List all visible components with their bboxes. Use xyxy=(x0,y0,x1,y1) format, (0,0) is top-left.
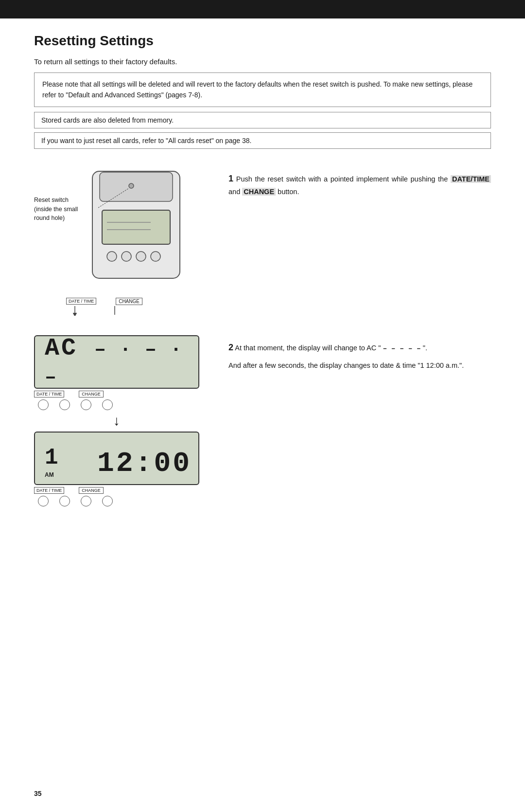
svg-rect-2 xyxy=(102,210,170,244)
lcd1-text: AC – · – · – xyxy=(45,334,189,390)
step2-text-c: And after a few seconds, the display cha… xyxy=(228,360,491,372)
page-content: Resetting Settings To return all setting… xyxy=(0,18,525,536)
lcd2-change-btn: CHANGE xyxy=(79,487,104,494)
lcd-display-2: AM 1 12:00 xyxy=(34,432,199,485)
page-title: Resetting Settings xyxy=(34,33,491,49)
note-box-2: Stored cards are also deleted from memor… xyxy=(34,112,491,128)
step1-section: Reset switch (inside the small round hol… xyxy=(34,166,491,316)
circle-btn-1[interactable] xyxy=(38,399,49,410)
step1-text-b: and xyxy=(228,188,242,196)
device-illustration: Reset switch (inside the small round hol… xyxy=(34,166,219,316)
svg-point-6 xyxy=(122,252,131,261)
note-box-1: Please note that all settings will be de… xyxy=(34,72,491,107)
display-left: AC – · – · – DATE / TIME CHANGE ↓ AM 1 xyxy=(34,335,219,506)
lcd2-datetime-btn: DATE / TIME xyxy=(34,487,64,494)
step2-text-b: ". xyxy=(421,344,427,352)
note-text-1: Please note that all settings will be de… xyxy=(42,80,472,99)
circle-btn-6[interactable] xyxy=(59,496,70,506)
lcd1-change-btn: CHANGE xyxy=(79,391,104,397)
intro-text: To return all settings to their factory … xyxy=(34,57,491,66)
svg-point-7 xyxy=(136,252,146,261)
svg-rect-1 xyxy=(100,172,173,201)
lcd2-buttons-row: DATE / TIME CHANGE xyxy=(34,487,199,494)
circle-btn-3[interactable] xyxy=(81,399,91,410)
step1-change-highlight: CHANGE xyxy=(242,188,276,196)
svg-point-8 xyxy=(151,252,160,261)
lcd2-day: 1 xyxy=(45,445,60,470)
lcd2-am: AM xyxy=(45,471,54,478)
top-bar xyxy=(0,0,525,18)
arrow-down: ↓ xyxy=(34,413,199,429)
lcd2-time: 12:00 xyxy=(97,448,192,479)
lcd2-circle-buttons xyxy=(36,496,219,506)
svg-point-5 xyxy=(107,252,117,261)
step1-text-c: button. xyxy=(276,188,299,196)
lcd1-circle-buttons xyxy=(36,399,219,410)
circle-btn-8[interactable] xyxy=(102,496,113,506)
step2-text-a: At that moment, the display will change … xyxy=(235,344,383,352)
step2-number: 2 xyxy=(228,343,233,352)
step2-section: AC – · – · – DATE / TIME CHANGE ↓ AM 1 xyxy=(34,335,491,506)
svg-point-9 xyxy=(129,183,134,188)
circle-btn-4[interactable] xyxy=(102,399,113,410)
circle-btn-7[interactable] xyxy=(81,496,91,506)
step1-datetime-highlight: DATE/TIME xyxy=(451,175,491,183)
note-box-3: If you want to just reset all cards, ref… xyxy=(34,132,491,149)
device-svg xyxy=(63,166,199,293)
circle-btn-5[interactable] xyxy=(38,496,49,506)
page-number: 35 xyxy=(34,790,42,797)
lcd-display-1: AC – · – · – xyxy=(34,335,199,389)
step2-text-area: 2 At that moment, the display will chang… xyxy=(228,335,491,506)
arrow-indicators xyxy=(66,306,163,316)
note-text-3: If you want to just reset all cards, ref… xyxy=(41,137,251,144)
lcd1-buttons-row: DATE / TIME CHANGE xyxy=(34,391,199,397)
lcd1-datetime-btn: DATE / TIME xyxy=(34,391,64,397)
step1-number: 1 xyxy=(228,174,233,183)
step1-text-area: 1 Push the reset switch with a pointed i… xyxy=(228,166,491,316)
step1-text-a: Push the reset switch with a pointed imp… xyxy=(236,175,451,183)
step2-dashes: – – – – – xyxy=(383,344,420,352)
circle-btn-2[interactable] xyxy=(59,399,70,410)
note-text-2: Stored cards are also deleted from memor… xyxy=(41,116,174,124)
